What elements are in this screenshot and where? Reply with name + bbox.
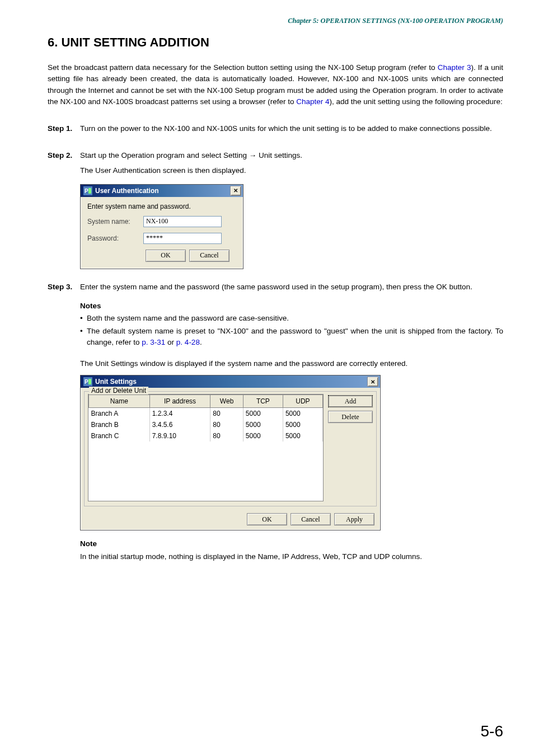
intro-text-c: ), add the unit setting using the follow…: [330, 97, 503, 106]
close-icon[interactable]: ✕: [230, 186, 241, 196]
user-authentication-dialog: P User Authentication ✕ Enter system nam…: [80, 184, 243, 269]
intro-text-a: Set the broadcast pattern data necessary…: [48, 63, 438, 72]
cell-name: Branch A: [89, 408, 150, 420]
notes-bullet-1-text: Both the system name and the password ar…: [87, 313, 503, 324]
settings-titlebar: P Unit Settings ✕: [81, 375, 380, 388]
cell-ip: 7.8.9.10: [149, 430, 210, 442]
step-3-label: Step 3.: [48, 281, 80, 296]
close-icon[interactable]: ✕: [367, 377, 378, 387]
cell-name: Branch C: [89, 430, 150, 442]
page-number: 5-6: [481, 722, 503, 740]
system-name-label: System name:: [87, 218, 143, 226]
svg-text:P: P: [85, 379, 88, 385]
table-row[interactable]: Branch B 3.4.5.6 80 5000 5000: [89, 419, 323, 430]
cell-udp: 5000: [283, 419, 322, 430]
step-1-text: Turn on the power to the NX-100 and NX-1…: [80, 123, 503, 134]
svg-text:P: P: [85, 188, 88, 194]
step-3: Step 3. Enter the system name and the pa…: [48, 281, 503, 296]
notes-b2-c: .: [200, 338, 202, 346]
pa-icon: P: [83, 186, 92, 195]
notes-bullet-2: • The default system name is preset to "…: [80, 326, 503, 349]
password-label: Password:: [87, 234, 143, 242]
settings-title: Unit Settings: [95, 378, 367, 386]
step-1-label: Step 1.: [48, 123, 80, 138]
auth-ok-button[interactable]: OK: [146, 250, 186, 262]
cell-tcp: 5000: [243, 419, 283, 430]
intro-paragraph: Set the broadcast pattern data necessary…: [48, 62, 503, 107]
step-1: Step 1. Turn on the power to the NX-100 …: [48, 123, 503, 138]
cell-web: 80: [210, 419, 243, 430]
col-name[interactable]: Name: [89, 395, 150, 408]
cell-ip: 1.2.3.4: [149, 408, 210, 420]
pa-icon: P: [83, 377, 92, 386]
note-text: In the initial startup mode, nothing is …: [80, 551, 503, 562]
step-2: Step 2. Start up the Operation program a…: [48, 150, 503, 180]
link-chapter-4[interactable]: Chapter 4: [296, 97, 329, 106]
col-web[interactable]: Web: [210, 395, 243, 408]
step-2-text-a: Start up the Operation program and selec…: [80, 150, 503, 161]
password-input[interactable]: [143, 233, 222, 244]
unit-table[interactable]: Name IP address Web TCP UDP Branch A 1.2…: [88, 394, 324, 501]
system-name-input[interactable]: [143, 216, 222, 227]
step-3-text: Enter the system name and the password (…: [80, 281, 503, 293]
bullet-mark-icon: •: [80, 326, 87, 349]
note-heading: Note: [80, 538, 503, 550]
cell-udp: 5000: [283, 408, 322, 420]
table-header-row: Name IP address Web TCP UDP: [89, 395, 323, 408]
cell-name: Branch B: [89, 419, 150, 430]
notes-bullet-1: • Both the system name and the password …: [80, 313, 503, 324]
cell-ip: 3.4.5.6: [149, 419, 210, 430]
settings-apply-button[interactable]: Apply: [334, 513, 374, 525]
auth-title: User Authentication: [95, 187, 230, 195]
col-tcp[interactable]: TCP: [243, 395, 283, 408]
step-2-label: Step 2.: [48, 150, 80, 180]
cell-udp: 5000: [283, 430, 322, 442]
settings-cancel-button[interactable]: Cancel: [291, 513, 331, 525]
table-row[interactable]: Branch A 1.2.3.4 80 5000 5000: [89, 408, 323, 420]
svg-rect-2: [88, 188, 91, 194]
cell-web: 80: [210, 408, 243, 420]
cell-tcp: 5000: [243, 430, 283, 442]
auth-instruction: Enter system name and password.: [87, 203, 236, 210]
add-button[interactable]: Add: [328, 395, 373, 407]
table-row[interactable]: Branch C 7.8.9.10 80 5000 5000: [89, 430, 323, 442]
notes-heading: Notes: [80, 300, 503, 312]
cell-tcp: 5000: [243, 408, 283, 420]
notes-b2-mid: or: [165, 338, 176, 346]
fieldset-legend: Add or Delete Unit: [89, 387, 148, 395]
delete-button[interactable]: Delete: [328, 411, 373, 423]
link-chapter-3[interactable]: Chapter 3: [438, 63, 471, 72]
notes-bullet-2-text: The default system name is preset to "NX…: [87, 326, 503, 349]
col-ip[interactable]: IP address: [149, 395, 210, 408]
chapter-header: Chapter 5: OPERATION SETTINGS (NX-100 OP…: [48, 17, 503, 25]
col-udp[interactable]: UDP: [283, 395, 322, 408]
link-p-4-28[interactable]: p. 4-28: [176, 338, 200, 346]
svg-rect-5: [88, 379, 91, 384]
bullet-mark-icon: •: [80, 313, 87, 324]
add-delete-fieldset: Add or Delete Unit Name IP address Web T: [84, 391, 377, 506]
cell-web: 80: [210, 430, 243, 442]
auth-titlebar: P User Authentication ✕: [81, 185, 243, 197]
notes-after-text: The Unit Settings window is displayed if…: [80, 358, 503, 369]
unit-settings-dialog: P Unit Settings ✕ Add or Delete Unit Nam…: [80, 375, 381, 530]
step-2-text-b: The User Authentication screen is then d…: [80, 165, 503, 176]
section-title: 6. UNIT SETTING ADDITION: [48, 35, 503, 50]
link-p-3-31[interactable]: p. 3-31: [142, 338, 165, 346]
settings-ok-button[interactable]: OK: [247, 513, 287, 525]
auth-cancel-button[interactable]: Cancel: [189, 250, 229, 262]
